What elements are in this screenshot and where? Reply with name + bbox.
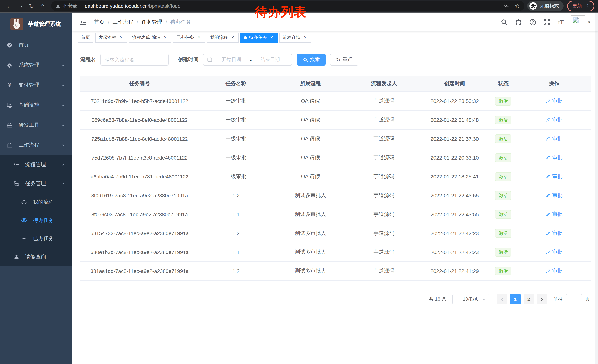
status-badge: 激活	[495, 134, 512, 143]
table-row: 069c6a63-7b8a-11ec-8ef0-acde48001122一级审批…	[80, 111, 590, 129]
sidebar-item-todo-task[interactable]: 待办任务	[0, 211, 72, 229]
cell-task-name: 一级审批	[199, 129, 273, 148]
sidebar-collapse-icon[interactable]	[78, 17, 88, 27]
page-button-1[interactable]: 1	[510, 294, 521, 304]
browser-menu-icon[interactable]: ⋮	[584, 3, 591, 9]
table-row: 75d72608-7b7f-11ec-a3c8-acde48001122一级审批…	[80, 148, 590, 167]
avatar-caret-icon[interactable]: ▼	[587, 20, 591, 24]
cell-task-id: 8f059c03-7ac8-11ec-a9e2-a2380e71991a	[80, 205, 199, 224]
approve-link-label: 审批	[552, 211, 563, 218]
tab-4[interactable]: 已办任务×	[173, 33, 205, 42]
screen: ← → ↻ ⌂ 不安全 dashboard.yudao.iocoder.cn /…	[0, 0, 598, 364]
browser-update-button[interactable]: 更新 ⋮	[567, 0, 594, 11]
table-row: 73211d9d-7b9b-11ec-b5b7-acde48001122一级审批…	[80, 92, 590, 111]
approve-link[interactable]: 审批	[546, 98, 563, 105]
tab-7[interactable]: 流程详情×	[279, 33, 311, 42]
cell-status: 激活	[489, 186, 518, 205]
approve-link[interactable]: 审批	[546, 136, 563, 142]
page-size-select[interactable]: 10条/页	[452, 294, 490, 304]
cell-task-name: 1.1	[199, 205, 273, 224]
cell-process: 测试多审批人	[273, 205, 348, 224]
address-bar[interactable]: 不安全 dashboard.yudao.iocoder.cn /bpm/task…	[51, 1, 524, 11]
browser-reload-icon[interactable]: ↻	[26, 2, 37, 9]
pagination: 共 16 条 10条/页 ‹ 1 2 › 前往 页	[80, 294, 590, 304]
prev-page-button[interactable]: ‹	[497, 294, 507, 304]
sidebar-item-task-mgmt[interactable]: 任务管理	[0, 174, 72, 193]
approve-link[interactable]: 审批	[546, 154, 563, 161]
tree-icon	[13, 181, 19, 186]
process-name-label: 流程名	[80, 56, 96, 63]
sidebar-item-devtools[interactable]: 研发工具	[0, 115, 72, 135]
tab-close-icon[interactable]: ×	[303, 35, 308, 40]
approve-link[interactable]: 审批	[546, 117, 563, 123]
approve-link[interactable]: 审批	[546, 192, 563, 199]
next-page-button[interactable]: ›	[537, 294, 547, 304]
tab-close-icon[interactable]: ×	[269, 35, 274, 40]
password-key-icon[interactable]	[504, 3, 510, 9]
approve-link-label: 审批	[552, 230, 563, 237]
browser-back-icon[interactable]: ←	[4, 3, 15, 9]
breadcrumb-task-mgmt[interactable]: 任务管理	[141, 19, 162, 25]
tab-2[interactable]: 发起流程×	[95, 33, 127, 42]
cell-status: 激活	[489, 205, 518, 224]
search-icon[interactable]	[497, 19, 511, 25]
page-button-2[interactable]: 2	[523, 294, 534, 304]
sidebar-label: 请假查询	[25, 253, 72, 260]
sidebar-item-home[interactable]: 首页	[0, 35, 72, 55]
fullscreen-icon[interactable]	[540, 19, 554, 25]
end-date-placeholder[interactable]: 结束日期	[252, 56, 288, 63]
approve-link-label: 审批	[552, 249, 563, 256]
approve-link[interactable]: 审批	[546, 268, 563, 274]
search-button[interactable]: 搜索	[297, 54, 326, 65]
approve-link-label: 审批	[552, 136, 563, 142]
sidebar-item-infra[interactable]: 基础设施	[0, 95, 72, 115]
cell-starter: 芋道源码	[348, 148, 420, 167]
font-size-icon[interactable]: TT	[554, 19, 567, 25]
sidebar-item-leave-query[interactable]: 请假查询	[0, 247, 72, 266]
table-row: a6aba0a4-7b6d-11ec-b781-acde48001122一级审批…	[80, 167, 590, 186]
monitor-icon	[7, 102, 13, 108]
browser-forward-icon[interactable]: →	[15, 3, 26, 9]
breadcrumb-home[interactable]: 首页	[94, 19, 105, 25]
tab-close-icon[interactable]: ×	[119, 35, 124, 40]
tab-5[interactable]: 我的流程×	[207, 33, 239, 42]
tab-close-icon[interactable]: ×	[230, 35, 235, 40]
reset-button[interactable]: ↻ 重置	[330, 54, 358, 65]
cell-status: 激活	[489, 224, 518, 243]
avatar[interactable]	[571, 15, 585, 29]
date-range-picker[interactable]: 开始日期 - 结束日期	[203, 54, 292, 65]
chevron-down-icon	[61, 103, 65, 107]
breadcrumb-workflow[interactable]: 工作流程	[113, 19, 133, 25]
sidebar-item-done-task[interactable]: 已办任务	[0, 229, 72, 247]
approve-link[interactable]: 审批	[546, 249, 563, 256]
start-date-placeholder[interactable]: 开始日期	[214, 56, 249, 63]
tab-label: 我的流程	[210, 34, 228, 41]
tab-3[interactable]: 流程表单-编辑×	[129, 33, 171, 42]
jump-page-input[interactable]	[566, 294, 582, 304]
sidebar-item-system[interactable]: 系统管理	[0, 55, 72, 75]
approve-link[interactable]: 审批	[546, 230, 563, 237]
font-size-big: T	[560, 19, 564, 25]
approve-link[interactable]: 审批	[546, 173, 563, 180]
sidebar-logo[interactable]: 芋道管理系统	[0, 13, 72, 35]
sidebar-item-payment[interactable]: ¥ 支付管理	[0, 75, 72, 95]
sidebar-item-workflow[interactable]: 工作流程	[0, 135, 72, 155]
page-scrollbar[interactable]	[595, 13, 598, 364]
tab-close-icon[interactable]: ×	[163, 35, 168, 40]
help-icon[interactable]	[526, 19, 540, 25]
browser-home-icon[interactable]: ⌂	[37, 2, 48, 10]
github-icon[interactable]	[511, 19, 526, 26]
cell-task-id: 381aa1dd-7ac8-11ec-a9e2-a2380e71991a	[80, 262, 199, 281]
sidebar-item-process-mgmt[interactable]: 流程管理	[0, 155, 72, 174]
tab-1[interactable]: 首页	[78, 33, 93, 42]
page-jumper: 前往 页	[553, 294, 590, 304]
tab-label: 流程详情	[283, 34, 300, 41]
tab-6[interactable]: 待办任务×	[241, 33, 277, 42]
cell-process: 测试多审批人	[273, 262, 348, 281]
bookmark-star-icon[interactable]: ☆	[515, 3, 520, 9]
process-name-input[interactable]	[100, 54, 169, 65]
cell-task-name: 一级审批	[199, 148, 273, 167]
sidebar-item-my-process[interactable]: 我的流程	[0, 193, 72, 211]
approve-link[interactable]: 审批	[546, 211, 563, 218]
tab-close-icon[interactable]: ×	[196, 35, 201, 40]
